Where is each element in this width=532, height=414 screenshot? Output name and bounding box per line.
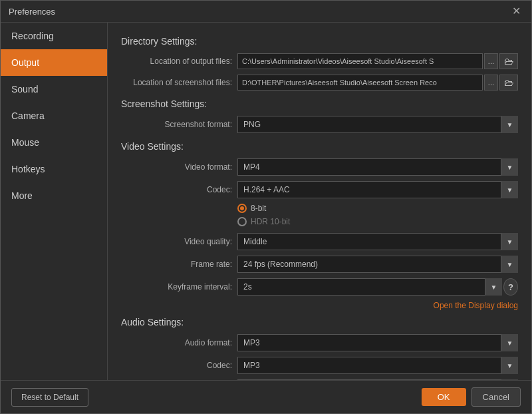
footer: Reset to Default OK Cancel	[1, 380, 531, 413]
screenshot-format-select[interactable]: PNG JPG BMP	[237, 116, 518, 133]
hdr-radio[interactable]	[237, 217, 247, 226]
video-section-title: Video Settings:	[121, 141, 518, 152]
footer-right: OK Cancel	[422, 387, 521, 407]
video-format-select-wrapper: MP4MKVAVIMOVFLV ▼	[237, 158, 518, 176]
sidebar-item-mouse[interactable]: Mouse	[1, 129, 107, 156]
video-quality-label: Video quality:	[121, 237, 237, 246]
bit8-radio[interactable]	[237, 204, 247, 213]
audio-codec-row: Codec: MP3AACFLAC ▼	[121, 357, 518, 374]
output-path-folder-button[interactable]: 🗁	[499, 53, 518, 69]
audio-format-select-wrapper: MP3AACWAVFLAC ▼	[237, 334, 518, 351]
display-dialog-link[interactable]: Open the Display dialog	[121, 301, 518, 310]
sidebar-item-hotkeys[interactable]: Hotkeys	[1, 156, 107, 182]
audio-codec-select[interactable]: MP3AACFLAC	[237, 357, 518, 374]
framerate-select[interactable]: 15 fps20 fps24 fps (Recommend)30 fps60 f…	[237, 256, 518, 273]
video-format-label: Video format:	[121, 162, 237, 172]
codec-row: Codec: H.264 + AACH.265 + AACVP8 + Vorbi…	[121, 181, 518, 198]
screenshot-path-row: Location of screenshot files: D:\OTHER\P…	[121, 75, 518, 91]
output-path-display: C:\Users\Administrator\Videos\Aiseesoft …	[237, 53, 483, 69]
dialog-body: Recording Output Sound Camera Mouse Hotk…	[1, 23, 531, 380]
audio-codec-label: Codec:	[121, 361, 237, 370]
output-path-label: Location of output files:	[121, 57, 237, 66]
screenshot-path-folder-button[interactable]: 🗁	[499, 75, 518, 91]
title-bar: Preferences ✕	[1, 1, 531, 23]
bit8-label: 8-bit	[251, 204, 266, 213]
keyframe-row: Keyframe interval: 1s2s3s4s5s ▼ ?	[121, 278, 518, 296]
codec-select-wrapper: H.264 + AACH.265 + AACVP8 + Vorbis ▼	[237, 181, 518, 198]
output-path-row: Location of output files: C:\Users\Admin…	[121, 53, 518, 69]
reset-button[interactable]: Reset to Default	[11, 388, 88, 407]
screenshot-format-label: Screenshot format:	[121, 120, 237, 129]
bit-depth-group: 8-bit HDR 10-bit	[237, 204, 290, 228]
video-quality-select-wrapper: LowMiddleHighLossless ▼	[237, 233, 518, 250]
keyframe-label: Keyframe interval:	[121, 282, 237, 292]
main-content: Directory Settings: Location of output f…	[108, 23, 531, 380]
codec-label: Codec:	[121, 185, 237, 194]
audio-codec-select-wrapper: MP3AACFLAC ▼	[237, 357, 518, 374]
video-format-row: Video format: MP4MKVAVIMOVFLV ▼	[121, 158, 518, 176]
screenshot-format-row: Screenshot format: PNG JPG BMP ▼	[121, 116, 518, 133]
screenshot-path-label: Location of screenshot files:	[121, 78, 237, 87]
framerate-row: Frame rate: 15 fps20 fps24 fps (Recommen…	[121, 256, 518, 273]
audio-format-select[interactable]: MP3AACWAVFLAC	[237, 334, 518, 351]
output-path-dots-button[interactable]: ...	[484, 53, 498, 69]
hdr-label: HDR 10-bit	[251, 217, 290, 226]
screenshot-path-dots-button[interactable]: ...	[484, 75, 498, 91]
audio-section-title: Audio Settings:	[121, 317, 518, 327]
screenshot-path-container: D:\OTHER\Pictures\Aiseesoft Studio\Aisee…	[237, 75, 518, 91]
sidebar-item-recording[interactable]: Recording	[1, 23, 107, 49]
video-format-select[interactable]: MP4MKVAVIMOVFLV	[237, 158, 518, 176]
hdr-row: HDR 10-bit	[237, 217, 290, 226]
bit8-row: 8-bit	[237, 204, 290, 213]
cancel-button[interactable]: Cancel	[471, 387, 521, 407]
screenshot-path-display: D:\OTHER\Pictures\Aiseesoft Studio\Aisee…	[237, 75, 483, 91]
audio-quality-select-wrapper: LowMiddleHighLossless ▼	[237, 379, 518, 380]
codec-select[interactable]: H.264 + AACH.265 + AACVP8 + Vorbis	[237, 181, 518, 198]
sidebar-item-more[interactable]: More	[1, 182, 107, 209]
screenshot-format-select-wrapper: PNG JPG BMP ▼	[237, 116, 518, 133]
folder-icon-2: 🗁	[504, 77, 513, 88]
keyframe-select-wrapper: 1s2s3s4s5s ▼	[237, 278, 502, 296]
audio-format-row: Audio format: MP3AACWAVFLAC ▼	[121, 334, 518, 351]
keyframe-help-button[interactable]: ?	[503, 278, 518, 296]
keyframe-container: 1s2s3s4s5s ▼ ?	[237, 278, 518, 296]
audio-quality-select[interactable]: LowMiddleHighLossless	[237, 379, 518, 380]
directory-section-title: Directory Settings:	[121, 36, 518, 47]
framerate-label: Frame rate:	[121, 260, 237, 269]
framerate-select-wrapper: 15 fps20 fps24 fps (Recommend)30 fps60 f…	[237, 256, 518, 273]
preferences-dialog: Preferences ✕ Recording Output Sound Cam…	[0, 0, 532, 414]
sidebar-item-sound[interactable]: Sound	[1, 76, 107, 103]
video-quality-row: Video quality: LowMiddleHighLossless ▼	[121, 233, 518, 250]
ok-button[interactable]: OK	[422, 388, 466, 406]
bit-depth-row: 8-bit HDR 10-bit	[121, 204, 518, 228]
close-button[interactable]: ✕	[509, 6, 523, 17]
sidebar-item-output[interactable]: Output	[1, 49, 107, 76]
folder-icon: 🗁	[504, 56, 513, 67]
sidebar: Recording Output Sound Camera Mouse Hotk…	[1, 23, 108, 380]
video-quality-select[interactable]: LowMiddleHighLossless	[237, 233, 518, 250]
screenshot-section-title: Screenshot Settings:	[121, 99, 518, 109]
sidebar-item-camera[interactable]: Camera	[1, 103, 107, 129]
keyframe-select[interactable]: 1s2s3s4s5s	[237, 278, 502, 296]
dialog-title: Preferences	[9, 7, 55, 17]
audio-format-label: Audio format:	[121, 338, 237, 347]
output-path-container: C:\Users\Administrator\Videos\Aiseesoft …	[237, 53, 518, 69]
